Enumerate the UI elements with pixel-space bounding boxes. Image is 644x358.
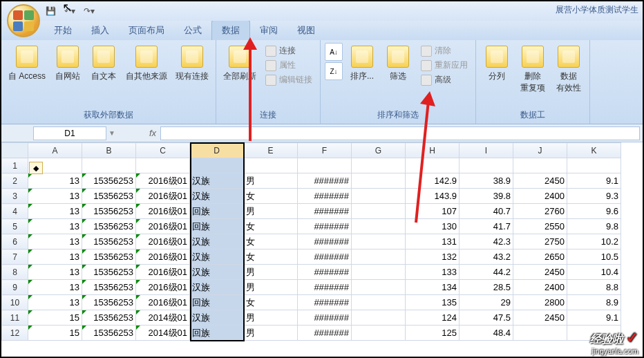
sort-desc-button[interactable]: Z↓: [325, 62, 343, 80]
sort-button[interactable]: 排序...: [345, 43, 379, 85]
cell-B2[interactable]: 15356253: [82, 173, 136, 189]
row-header-6[interactable]: 6: [2, 234, 28, 249]
cell-D5[interactable]: 回族: [190, 219, 244, 234]
cell-D3[interactable]: 汉族: [190, 189, 244, 204]
cell-G11[interactable]: [352, 310, 406, 326]
cell-F8[interactable]: #######: [298, 265, 352, 280]
cell-F1[interactable]: [298, 158, 352, 173]
remove-duplicates-button[interactable]: 删除重复项: [516, 43, 549, 97]
cell-J11[interactable]: 2450: [513, 310, 567, 326]
cell-I12[interactable]: 48.4: [460, 326, 513, 341]
cell-C8[interactable]: 2016级01: [136, 265, 190, 280]
cell-A4[interactable]: 13: [28, 204, 82, 219]
cell-H5[interactable]: 130: [406, 219, 460, 234]
cell-C7[interactable]: 2016级01: [136, 249, 190, 265]
cell-F10[interactable]: #######: [298, 295, 352, 310]
cell-C6[interactable]: 2016级01: [136, 234, 190, 249]
cell-H2[interactable]: 142.9: [406, 173, 460, 189]
cell-A7[interactable]: 13: [28, 249, 82, 265]
cell-D7[interactable]: 汉族: [190, 249, 244, 265]
cell-K11[interactable]: 9.1: [567, 310, 621, 326]
text-to-columns-button[interactable]: 分列: [480, 43, 513, 85]
cell-H11[interactable]: 124: [406, 310, 460, 326]
row-header-5[interactable]: 5: [2, 219, 28, 234]
column-header-D[interactable]: D: [190, 143, 244, 158]
cell-G10[interactable]: [352, 295, 406, 310]
cell-K9[interactable]: 8.8: [567, 280, 621, 295]
cell-K2[interactable]: 9.1: [567, 173, 621, 189]
row-header-9[interactable]: 9: [2, 280, 28, 295]
cell-B3[interactable]: 15356253: [82, 189, 136, 204]
cell-A10[interactable]: 13: [28, 295, 82, 310]
cell-D10[interactable]: 回族: [190, 295, 244, 310]
cell-J2[interactable]: 2450: [513, 173, 567, 189]
row-header-2[interactable]: 2: [2, 173, 28, 189]
cell-D9[interactable]: 汉族: [190, 280, 244, 295]
fx-button[interactable]: fx: [145, 128, 160, 138]
column-header-K[interactable]: K: [567, 143, 621, 158]
cell-E3[interactable]: 女: [244, 189, 298, 204]
data-validation-button[interactable]: 数据有效性: [552, 43, 585, 97]
cell-J10[interactable]: 2800: [513, 295, 567, 310]
row-header-8[interactable]: 8: [2, 265, 28, 280]
cell-G8[interactable]: [352, 265, 406, 280]
cell-F11[interactable]: #######: [298, 310, 352, 326]
cell-C1[interactable]: [136, 158, 190, 173]
cell-B7[interactable]: 15356253: [82, 249, 136, 265]
advanced-filter-button[interactable]: 高级: [419, 73, 470, 86]
cell-K6[interactable]: 10.2: [567, 234, 621, 249]
cell-H4[interactable]: 107: [406, 204, 460, 219]
cell-C12[interactable]: 2014级01: [136, 326, 190, 341]
cell-I7[interactable]: 43.2: [460, 249, 513, 265]
cell-H7[interactable]: 132: [406, 249, 460, 265]
cell-I11[interactable]: 47.5: [460, 310, 513, 326]
cell-K10[interactable]: 8.9: [567, 295, 621, 310]
cell-H10[interactable]: 135: [406, 295, 460, 310]
cell-H6[interactable]: 131: [406, 234, 460, 249]
select-all-corner[interactable]: [2, 143, 28, 158]
cell-B9[interactable]: 15356253: [82, 280, 136, 295]
cell-C2[interactable]: 2016级01: [136, 173, 190, 189]
cell-F2[interactable]: #######: [298, 173, 352, 189]
cell-F4[interactable]: #######: [298, 204, 352, 219]
cell-E1[interactable]: [244, 158, 298, 173]
cell-H3[interactable]: 143.9: [406, 189, 460, 204]
row-header-7[interactable]: 7: [2, 249, 28, 265]
cell-B8[interactable]: 15356253: [82, 265, 136, 280]
cell-E6[interactable]: 女: [244, 234, 298, 249]
cell-C10[interactable]: 2016级01: [136, 295, 190, 310]
cell-A3[interactable]: 13: [28, 189, 82, 204]
cell-B10[interactable]: 15356253: [82, 295, 136, 310]
from-other-button[interactable]: 自其他来源: [123, 43, 170, 85]
cell-E10[interactable]: 女: [244, 295, 298, 310]
cell-C9[interactable]: 2016级01: [136, 280, 190, 295]
from-access-button[interactable]: 自 Access: [6, 43, 48, 85]
cell-J8[interactable]: 2450: [513, 265, 567, 280]
undo-icon[interactable]: ↶▾: [64, 5, 76, 17]
row-header-4[interactable]: 4: [2, 204, 28, 219]
worksheet-grid[interactable]: ◆ ABCDEFGHIJK1213153562532016级01汉族男#####…: [1, 142, 643, 358]
existing-conn-button[interactable]: 现有连接: [173, 43, 211, 85]
cell-A8[interactable]: 13: [28, 265, 82, 280]
cell-F7[interactable]: #######: [298, 249, 352, 265]
from-web-button[interactable]: 自网站: [51, 43, 84, 85]
cell-G6[interactable]: [352, 234, 406, 249]
cell-H8[interactable]: 133: [406, 265, 460, 280]
cell-F6[interactable]: #######: [298, 234, 352, 249]
name-box[interactable]: D1: [33, 126, 106, 140]
tab-review[interactable]: 审阅: [250, 21, 287, 40]
cell-K7[interactable]: 10.5: [567, 249, 621, 265]
cell-C5[interactable]: 2016级01: [136, 219, 190, 234]
cell-D8[interactable]: 汉族: [190, 265, 244, 280]
cell-D1[interactable]: [190, 158, 244, 173]
column-header-B[interactable]: B: [82, 143, 136, 158]
cell-H12[interactable]: 125: [406, 326, 460, 341]
cell-G12[interactable]: [352, 326, 406, 341]
cell-I4[interactable]: 40.7: [460, 204, 513, 219]
cell-C4[interactable]: 2016级01: [136, 204, 190, 219]
cell-I1[interactable]: [460, 158, 513, 173]
cell-E12[interactable]: 男: [244, 326, 298, 341]
cell-E7[interactable]: 女: [244, 249, 298, 265]
cell-B4[interactable]: 15356253: [82, 204, 136, 219]
row-header-3[interactable]: 3: [2, 189, 28, 204]
